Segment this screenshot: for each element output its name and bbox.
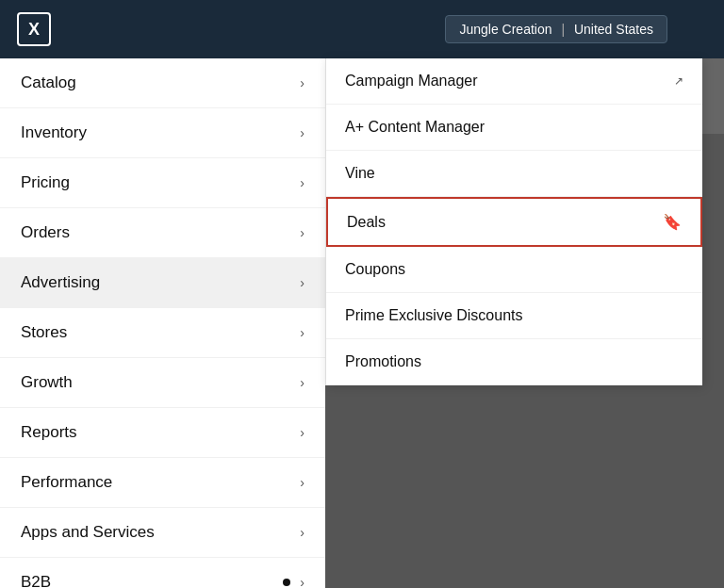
chevron-right-icon: ›: [300, 375, 304, 390]
submenu-item-vine[interactable]: Vine: [326, 151, 702, 197]
chevron-right-icon: ›: [300, 525, 304, 540]
sidebar-item-performance[interactable]: Performance ›: [0, 458, 325, 508]
close-button[interactable]: X: [17, 12, 51, 46]
sidebar: X Catalog › Inventory › Pricing › Orders…: [0, 0, 325, 588]
sidebar-item-apps-and-services[interactable]: Apps and Services ›: [0, 508, 325, 558]
sidebar-item-label: Performance: [21, 473, 112, 492]
submenu-item-campaign-manager[interactable]: Campaign Manager ↗: [326, 58, 702, 105]
chevron-right: ›: [300, 475, 304, 490]
submenu-item-label: Vine: [345, 165, 375, 182]
chevron-right: ›: [300, 425, 304, 440]
sidebar-item-growth[interactable]: Growth ›: [0, 358, 325, 408]
sidebar-item-stores[interactable]: Stores ›: [0, 308, 325, 358]
external-link-icon: ↗: [674, 74, 683, 88]
chevron-right-icon: ›: [300, 275, 304, 290]
chevron-right: ›: [300, 325, 304, 340]
bookmark-icon: 🔖: [663, 213, 682, 231]
sidebar-item-label: B2B: [21, 573, 51, 588]
chevron-right-icon: ›: [300, 325, 304, 340]
submenu-item-prime-exclusive-discounts[interactable]: Prime Exclusive Discounts: [326, 293, 702, 339]
sidebar-item-catalog[interactable]: Catalog ›: [0, 58, 325, 108]
sidebar-item-b2b[interactable]: B2B ›: [0, 558, 325, 588]
sidebar-item-reports[interactable]: Reports ›: [0, 408, 325, 458]
submenu-item-coupons[interactable]: Coupons: [326, 247, 702, 293]
close-icon: X: [28, 20, 40, 40]
sidebar-item-label: Inventory: [21, 123, 87, 142]
separator: |: [561, 22, 565, 37]
store-badge[interactable]: Jungle Creation | United States: [445, 15, 667, 43]
chevron-right: ›: [300, 175, 304, 190]
sidebar-item-pricing[interactable]: Pricing ›: [0, 158, 325, 208]
submenu-item-aplus-content-manager[interactable]: A+ Content Manager: [326, 105, 702, 151]
sidebar-item-label: Growth: [21, 373, 73, 392]
menu-items-list: Catalog › Inventory › Pricing › Orders ›…: [0, 58, 325, 588]
chevron-right: ›: [300, 525, 304, 540]
chevron-right-icon: ›: [300, 475, 304, 490]
sidebar-header: X: [0, 0, 325, 58]
sidebar-item-label: Stores: [21, 323, 67, 342]
chevron-right-icon: ›: [300, 225, 304, 240]
sidebar-item-label: Advertising: [21, 273, 100, 292]
submenu-item-label: Coupons: [345, 261, 405, 278]
advertising-submenu: Campaign Manager ↗ A+ Content Manager Vi…: [325, 58, 702, 385]
chevron-right-icon: ›: [300, 575, 304, 588]
submenu-item-label: Campaign Manager: [345, 73, 478, 90]
sidebar-item-label: Pricing: [21, 173, 70, 192]
submenu-item-deals[interactable]: Deals 🔖: [326, 197, 702, 247]
sidebar-item-label: Catalog: [21, 74, 76, 92]
sidebar-item-advertising[interactable]: Advertising ›: [0, 258, 325, 308]
chevron-right: ›: [300, 375, 304, 390]
b2b-right: ›: [283, 575, 304, 588]
chevron-right: ›: [300, 225, 304, 240]
chevron-right: ›: [300, 275, 304, 290]
chevron-right-icon: ›: [300, 175, 304, 190]
sidebar-item-orders[interactable]: Orders ›: [0, 208, 325, 258]
region: United States: [574, 22, 653, 37]
submenu-item-label: A+ Content Manager: [345, 119, 485, 136]
chevron-right-icon: ›: [300, 425, 304, 440]
submenu-item-label: Prime Exclusive Discounts: [345, 307, 523, 324]
submenu-item-promotions[interactable]: Promotions: [326, 339, 702, 385]
sidebar-item-label: Orders: [21, 223, 70, 242]
chevron-right-icon: ›: [300, 125, 304, 140]
chevron-right-icon: ›: [300, 75, 304, 90]
sidebar-item-label: Reports: [21, 423, 77, 442]
submenu-item-label: Deals: [347, 214, 386, 231]
dot-indicator: [283, 579, 290, 586]
sidebar-item-inventory[interactable]: Inventory ›: [0, 108, 325, 158]
submenu-item-label: Promotions: [345, 353, 421, 370]
sidebar-item-label: Apps and Services: [21, 523, 155, 542]
store-name: Jungle Creation: [459, 22, 551, 37]
chevron-right: ›: [300, 125, 304, 140]
chevron-right: ›: [300, 75, 304, 90]
